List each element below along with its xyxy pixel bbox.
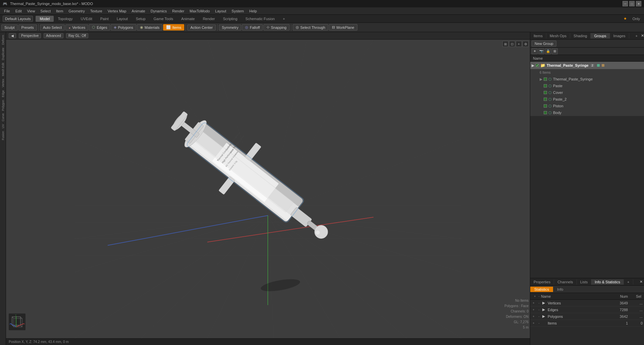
sidebar-item-deform[interactable]: Deform	[1, 34, 5, 46]
item-visibility-3[interactable]	[544, 98, 547, 101]
select-through-button[interactable]: ◎ Select Through	[293, 24, 328, 31]
stats-tab-statistics[interactable]: Statistics	[530, 287, 553, 292]
item-visibility-1[interactable]	[544, 84, 547, 88]
tab-add[interactable]: +	[279, 16, 289, 22]
tab-paint[interactable]: Paint	[96, 16, 113, 22]
sidebar-item-fusion[interactable]: Fusion	[1, 130, 5, 141]
camera-button[interactable]: 📷	[538, 48, 544, 54]
auto-select-button[interactable]: Auto Select	[40, 24, 65, 31]
maximize-button[interactable]: □	[629, 1, 635, 6]
tab-channels[interactable]: Channels	[554, 279, 577, 285]
presets-button[interactable]: Presets	[18, 24, 37, 31]
menu-view[interactable]: View	[24, 8, 38, 14]
item-visibility-4[interactable]	[544, 104, 547, 108]
edges-button[interactable]: ⬡ Edges	[89, 24, 110, 31]
tab-add-button[interactable]: +	[634, 33, 640, 39]
tree-item-3[interactable]: ▶ ⬡ Paste_2	[530, 96, 644, 103]
new-group-button[interactable]: New Group	[532, 41, 556, 47]
right-panel-close[interactable]: ✕	[641, 34, 644, 38]
tab-schematic[interactable]: Schematic Fusion	[241, 16, 279, 22]
bottom-panel-close[interactable]: ✕	[640, 280, 644, 284]
stats-edges-add[interactable]: +	[532, 308, 536, 312]
sculpt-button[interactable]: Sculpt	[1, 24, 18, 31]
group-visibility-checkbox[interactable]: ✓	[536, 64, 539, 67]
tab-lists[interactable]: Lists	[577, 279, 592, 285]
tab-gametools[interactable]: Game Tools	[150, 16, 178, 22]
stats-expand-all[interactable]: +	[533, 294, 537, 298]
vertices-button[interactable]: ⬥ Vertices	[65, 24, 88, 31]
tab-model[interactable]: Model	[36, 16, 54, 22]
items-button[interactable]: ⬜ Items	[163, 24, 184, 31]
view-prev-button[interactable]: ◀	[9, 33, 16, 38]
render-visibility-button[interactable]: ☀	[532, 48, 538, 54]
stats-collapse-all[interactable]: -	[537, 294, 541, 298]
stats-polygons-add[interactable]: +	[532, 314, 536, 319]
symmetry-button[interactable]: Symmetry	[219, 24, 242, 31]
maximize-viewport-button[interactable]: ⊞	[502, 41, 508, 47]
action-center-button[interactable]: Action Center	[187, 24, 216, 31]
sidebar-item-uv[interactable]: UV	[1, 123, 5, 130]
tab-items[interactable]: Items	[530, 33, 546, 39]
perspective-button[interactable]: Perspective	[19, 33, 41, 38]
tab-setup[interactable]: Setup	[132, 16, 150, 22]
tab-animate[interactable]: Animate	[177, 16, 199, 22]
close-button[interactable]: ✕	[636, 1, 641, 6]
item-visibility-2[interactable]	[544, 91, 547, 94]
layout-dropdown[interactable]: Default Layouts	[3, 16, 33, 22]
item-visibility-0[interactable]	[544, 77, 547, 81]
tree-item-2[interactable]: ▶ ⬡ Cover	[530, 89, 644, 96]
menu-edit[interactable]: Edit	[13, 8, 24, 14]
stats-vertices-add[interactable]: +	[532, 301, 536, 305]
workplane-button[interactable]: ⊟ WorkPlane	[329, 24, 357, 31]
menu-dynamics[interactable]: Dynamics	[148, 8, 169, 14]
tab-layout[interactable]: Layout	[113, 16, 132, 22]
tab-groups[interactable]: Groups	[591, 33, 610, 39]
tab-render[interactable]: Render	[199, 16, 219, 22]
materials-button[interactable]: ◉ Materials	[137, 24, 163, 31]
stats-polygons-minus[interactable]: -	[537, 314, 541, 319]
polygons-button[interactable]: ◈ Polygons	[111, 24, 136, 31]
menu-system[interactable]: System	[229, 8, 247, 14]
sidebar-item-polygon[interactable]: Polygon	[1, 99, 5, 112]
fit-view-button[interactable]: ⊡	[509, 41, 515, 47]
tab-topology[interactable]: Topology	[54, 16, 77, 22]
menu-file[interactable]: File	[1, 8, 13, 14]
sidebar-item-duplicate[interactable]: Duplicate	[1, 46, 5, 62]
tab-uvedit[interactable]: UVEdit	[77, 16, 96, 22]
settings-button[interactable]: ⚙	[523, 41, 529, 47]
stats-items-minus[interactable]: -	[537, 321, 541, 325]
menu-select[interactable]: Select	[38, 8, 53, 14]
tree-item-4[interactable]: ▶ ⬡ Piston	[530, 103, 644, 109]
stats-vertices-minus[interactable]: -	[537, 301, 541, 305]
raygl-button[interactable]: Ray GL: Off	[66, 33, 89, 38]
tree-group-header[interactable]: ▶ ✓ 📁 Thermal_Paste_Syringe 2	[530, 62, 644, 69]
lock-button[interactable]: 🔒	[545, 48, 551, 54]
stats-items-add[interactable]: +	[532, 321, 536, 325]
tab-properties[interactable]: Properties	[530, 279, 554, 285]
snapping-button[interactable]: ⊹ Snapping	[263, 24, 290, 31]
tree-item-5[interactable]: ▶ ⬡ Body	[530, 109, 644, 116]
viewport-3d[interactable]: Thermal Conductivity: >3.07W/m×k High Pe…	[6, 40, 530, 338]
falloff-button[interactable]: ◎ Falloff	[242, 24, 263, 31]
tree-item-1[interactable]: ▶ ⬡ Paste	[530, 82, 644, 89]
zoom-in-button[interactable]: +	[516, 41, 522, 47]
tab-add-bottom[interactable]: +	[624, 279, 633, 285]
tab-shading[interactable]: Shading	[570, 33, 591, 39]
sidebar-item-edge[interactable]: Edge	[1, 89, 5, 99]
menu-layout[interactable]: Layout	[212, 8, 229, 14]
menu-geometry[interactable]: Geometry	[66, 8, 87, 14]
tab-meshops[interactable]: Mesh Ops	[546, 33, 570, 39]
menu-help[interactable]: Help	[247, 8, 260, 14]
menu-item[interactable]: Item	[53, 8, 66, 14]
menu-render[interactable]: Render	[169, 8, 187, 14]
minimize-button[interactable]: ─	[623, 1, 628, 6]
tab-scripting[interactable]: Scripting	[219, 16, 242, 22]
advanced-button[interactable]: Advanced	[44, 33, 63, 38]
tree-item-0[interactable]: ▶ ⬡ Thermal_Paste_Syringe	[530, 76, 644, 82]
stats-edges-minus[interactable]: -	[537, 308, 541, 312]
tab-info-statistics[interactable]: Info & Statistics	[591, 279, 624, 285]
sidebar-item-curve[interactable]: Curve	[1, 112, 5, 123]
sidebar-item-vertex[interactable]: Vertex	[1, 77, 5, 89]
tab-images[interactable]: Images	[610, 33, 629, 39]
menu-animate[interactable]: Animate	[129, 8, 148, 14]
